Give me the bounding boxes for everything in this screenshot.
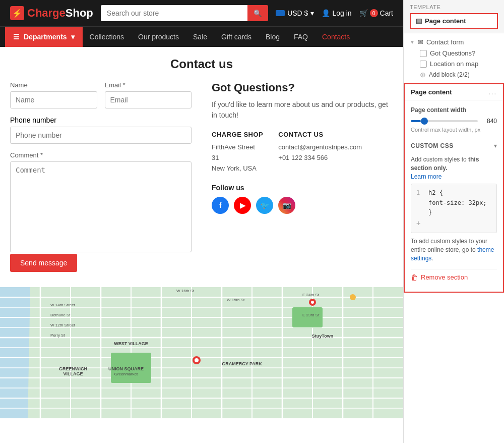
company-name: CHARGE SHOP [212,131,263,138]
email-group: Email * [105,81,192,108]
cart-badge: 0 [370,9,378,17]
custom-css-chevron[interactable]: ▾ [494,142,497,149]
follow-label: Follow us [212,184,393,192]
map-svg: UNION SQUARE Greenmarket WEST VILLAGE GR… [0,287,403,418]
info-description: If you'd like to learn more about us and… [212,99,393,121]
currency-selector[interactable]: USD $ ▾ [276,9,314,17]
nav-faq[interactable]: FAQ [287,27,315,47]
code-text-2: font-size: 32px; [428,198,487,208]
code-add-line: + [416,217,491,229]
nav-contacts[interactable]: Contacts [315,27,357,47]
nav-links: Collections Our products Sale Gift cards… [83,27,357,47]
dots-menu-button[interactable]: ... [488,88,497,96]
svg-text:E 23rd St: E 23rd St [302,313,320,317]
search-input[interactable] [101,5,247,21]
comment-textarea[interactable] [10,161,192,252]
flag-icon [276,10,285,16]
content-panel-title: Page content [411,88,452,96]
corner-icon-2 [420,61,427,68]
nav-blog[interactable]: Blog [259,27,287,47]
svg-text:W 15th St: W 15th St [227,298,245,302]
learn-more-link[interactable]: Learn more [411,173,442,180]
twitter-icon[interactable]: 🐦 [256,197,273,214]
code-line-2: font-size: 32px; [416,198,491,208]
contact-column: Contact us contact@argentostripes.com +0… [278,131,362,174]
trash-icon: 🗑 [411,273,418,282]
svg-text:E 24th St: E 24th St [302,293,320,297]
departments-button[interactable]: ☰ Departments ▾ [5,27,83,47]
contact-form: Name Email * Phone number Comment * [10,81,192,272]
page-content-selector[interactable]: ▤ Page content [410,13,498,29]
instagram-icon[interactable]: 📷 [278,197,295,214]
svg-rect-27 [292,307,323,327]
facebook-icon[interactable]: f [212,197,229,214]
tree-contact-form[interactable]: ▼ ✉ Contact form [410,36,498,48]
svg-text:Perry St: Perry St [50,333,66,338]
svg-text:UNION SQUARE: UNION SQUARE [108,366,144,371]
svg-text:Greenmarket: Greenmarket [114,372,138,376]
info-title: Got Questions? [212,81,393,94]
tree-location-on-map[interactable]: Location on map [420,59,498,69]
code-text-3: } [428,208,432,217]
youtube-icon[interactable]: ▶ [234,197,251,214]
code-line-3: } [416,208,491,217]
location-on-map-label: Location on map [430,60,478,68]
cart-link[interactable]: 🛒 0 Cart [359,9,393,17]
svg-text:WEST VILLAGE: WEST VILLAGE [114,341,148,346]
svg-point-38 [311,301,314,304]
social-icons: f ▶ 🐦 📷 [212,197,393,214]
nav-our-products[interactable]: Our products [131,27,186,47]
page-content-area: Contact us Name Email * Phone number [0,47,403,282]
svg-text:Bethune St: Bethune St [50,313,71,317]
logo-icon: ⚡ [10,6,24,20]
logo[interactable]: ⚡ ChargeShop [10,6,93,20]
remove-section-button[interactable]: 🗑 Remove section [411,269,497,286]
send-message-button[interactable]: Send message [10,254,77,272]
custom-css-label: CUSTOM CSS [411,142,454,149]
contact-info: Got Questions? If you'd like to learn mo… [212,81,393,272]
header-right: USD $ ▾ 👤 Log in 🛒 0 Cart [276,9,393,17]
name-group: Name [10,81,97,108]
search-button[interactable]: 🔍 [247,5,268,21]
tree-add-block[interactable]: ⊕ Add block (2/2) [420,69,498,80]
svg-point-39 [350,294,356,300]
add-block-label: Add block (2/2) [429,71,470,78]
panel-header: TEMPLATE ▤ Page content [404,0,504,33]
login-link[interactable]: 👤 Log in [322,9,351,17]
page-content-label: Page content [425,17,466,25]
contact-form-label: Contact form [426,38,464,46]
code-add-button[interactable]: + [416,217,420,229]
svg-text:W 14th Street: W 14th Street [50,303,76,307]
got-questions-label: Got Questions? [430,49,475,57]
svg-text:StuyTown: StuyTown [312,334,333,339]
name-input[interactable] [10,91,97,108]
code-line-1: 1 h2 { [416,188,491,198]
svg-text:GREENWICH: GREENWICH [59,366,87,371]
page-content-icon: ▤ [416,17,422,25]
phone-input[interactable] [10,127,192,144]
custom-css-header: CUSTOM CSS ▾ [411,139,497,152]
corner-icon-1 [420,50,427,57]
content-panel-box: Page content ... Page content width 840 … [404,83,504,293]
panel-body: Page content width 840 Control max layou… [405,100,503,292]
contact-info-details: contact@argentostripes.com +01 122 334 5… [278,142,362,163]
address-details: FifthAve Street 31 New York, USA [212,142,263,174]
svg-point-36 [195,358,199,362]
tree-toggle-icon: ▼ [410,39,415,45]
slider-row: 840 [411,118,497,125]
nav-sale[interactable]: Sale [186,27,214,47]
svg-text:VILLAGE: VILLAGE [63,371,83,376]
plus-icon: ⊕ [420,71,426,79]
tree-sub-items: Got Questions? Location on map ⊕ Add blo… [410,48,498,80]
tree-got-questions[interactable]: Got Questions? [420,48,498,59]
slider-track [411,120,478,122]
svg-text:GRAMERCY PARK: GRAMERCY PARK [222,361,262,366]
contact-us-label: Contact us [278,131,362,138]
slider-value: 840 [482,118,497,125]
slider-thumb[interactable] [421,118,428,125]
user-icon: 👤 [322,9,330,17]
email-input[interactable] [105,91,192,108]
template-label: TEMPLATE [410,4,498,10]
nav-collections[interactable]: Collections [83,27,131,47]
nav-gift-cards[interactable]: Gift cards [214,27,259,47]
